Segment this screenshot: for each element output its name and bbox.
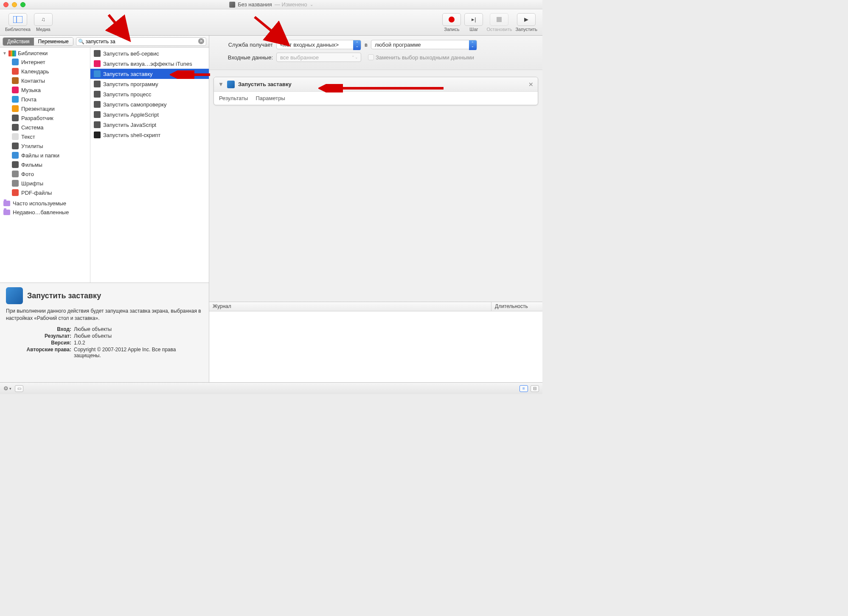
- sidebar-item[interactable]: Презентации: [0, 104, 90, 113]
- workflow-action[interactable]: ▼ Запустить заставку ✕ Результаты Параме…: [213, 77, 538, 105]
- libraries-icon: [8, 50, 16, 56]
- sidebar-item[interactable]: Утилиты: [0, 141, 90, 151]
- info-row-value: 1.0.2: [74, 340, 203, 346]
- smart-folder-item[interactable]: Недавно…бавленные: [0, 208, 90, 217]
- step-button[interactable]: ▸|: [464, 13, 483, 26]
- sidebar-libraries-header[interactable]: ▼ Библиотеки: [0, 49, 90, 57]
- sidebar-item[interactable]: PDF-файлы: [0, 188, 90, 197]
- action-item[interactable]: Запустить визуа…эффекты iTunes: [90, 59, 209, 69]
- action-item-label: Запустить самопроверку: [103, 101, 166, 108]
- sidebar-item-label: PDF-файлы: [21, 190, 52, 196]
- sidebar-item[interactable]: Почта: [0, 95, 90, 104]
- info-panel: Запустить заставку При выполнении данног…: [0, 283, 209, 382]
- step-icon: ▸|: [472, 16, 476, 22]
- sidebar-item[interactable]: Музыка: [0, 85, 90, 95]
- library-toggle-button[interactable]: [8, 13, 27, 26]
- category-icon: [12, 152, 19, 159]
- action-item-icon: [94, 70, 101, 77]
- run-button[interactable]: ▶: [517, 13, 536, 26]
- gear-icon[interactable]: ⚙: [3, 385, 8, 392]
- tab-actions[interactable]: Действия: [3, 38, 34, 45]
- action-item[interactable]: Запустить shell-скрипт: [90, 130, 209, 140]
- document-icon: [229, 2, 235, 8]
- close-window-button[interactable]: [3, 2, 8, 7]
- sidebar-item-label: Презентации: [21, 106, 55, 112]
- sidebar-item-label: Шрифты: [21, 180, 43, 187]
- window-title: Без названия — Изменено ⌄: [229, 1, 313, 8]
- action-title: Запустить заставку: [238, 81, 525, 87]
- log-body: [209, 311, 542, 382]
- sidebar-item[interactable]: Разработчик: [0, 113, 90, 123]
- smart-folder-item[interactable]: Часто используемые: [0, 199, 90, 208]
- action-parameters-tab[interactable]: Параметры: [256, 95, 285, 101]
- action-item-label: Запустить shell-скрипт: [103, 132, 160, 138]
- smart-folder-icon: [3, 201, 10, 206]
- search-input[interactable]: [76, 37, 206, 46]
- log-panel: Журнал Длительность: [209, 302, 542, 382]
- action-disclosure-icon[interactable]: ▼: [218, 81, 224, 87]
- stop-label: Остановить: [486, 27, 512, 32]
- remove-action-button[interactable]: ✕: [528, 81, 534, 88]
- disclosure-triangle-icon[interactable]: ▼: [3, 51, 7, 56]
- info-row-value: Любые объекты: [74, 333, 203, 339]
- media-button[interactable]: ♫: [34, 13, 53, 26]
- info-row-value: Copyright © 2007-2012 Apple Inc. Все пра…: [74, 347, 203, 358]
- flow-view-button[interactable]: ⊟: [531, 385, 539, 392]
- action-item[interactable]: Запустить веб-сервис: [90, 48, 209, 59]
- zoom-window-button[interactable]: [20, 2, 25, 7]
- step-label: Шаг: [469, 27, 478, 32]
- sidebar-item-label: Контакты: [21, 78, 45, 84]
- category-icon: [12, 87, 19, 93]
- category-icon: [12, 133, 19, 140]
- action-item-label: Запустить заставку: [103, 71, 153, 77]
- minimize-window-button[interactable]: [12, 2, 17, 7]
- toolbar: Библиотека ♫ Медиа Запись ▸| Шаг Останов…: [0, 9, 542, 36]
- view-toggle-button[interactable]: ▭: [15, 385, 23, 392]
- category-icon: [12, 124, 19, 131]
- category-icon: [12, 180, 19, 187]
- action-results-tab[interactable]: Результаты: [219, 95, 248, 101]
- workflow-area[interactable]: ▼ Запустить заставку ✕ Результаты Параме…: [209, 70, 542, 302]
- category-icon: [12, 161, 19, 168]
- action-item[interactable]: Запустить программу: [90, 79, 209, 89]
- sidebar-item[interactable]: Фото: [0, 169, 90, 179]
- log-column-duration[interactable]: Длительность: [491, 302, 542, 311]
- sidebar-item[interactable]: Шрифты: [0, 179, 90, 188]
- list-view-button[interactable]: ≡: [519, 385, 528, 392]
- action-item[interactable]: Запустить заставку: [90, 69, 209, 79]
- info-row-label: Версия:: [6, 340, 74, 346]
- info-row-label: Результат:: [6, 333, 74, 339]
- sidebar-item[interactable]: Система: [0, 123, 90, 132]
- sidebar-item-label: Файлы и папки: [21, 152, 59, 159]
- in-app-select[interactable]: любой программе: [371, 40, 477, 49]
- window-modified-text: — Изменено: [275, 1, 307, 8]
- action-item[interactable]: Запустить процесс: [90, 89, 209, 99]
- sidebar-item-label: Фильмы: [21, 162, 42, 168]
- log-column-journal[interactable]: Журнал: [209, 302, 491, 311]
- action-icon: [227, 81, 235, 88]
- play-icon: ▶: [524, 16, 528, 22]
- sidebar-item[interactable]: Календарь: [0, 67, 90, 76]
- sidebar-item[interactable]: Фильмы: [0, 160, 90, 169]
- info-row-value: Любые объекты: [74, 326, 203, 332]
- sidebar-item[interactable]: Контакты: [0, 76, 90, 85]
- stop-button[interactable]: [490, 13, 508, 26]
- titlebar: Без названия — Изменено ⌄: [0, 0, 542, 9]
- sidebar-item[interactable]: Текст: [0, 132, 90, 141]
- sidebar-item[interactable]: Файлы и папки: [0, 151, 90, 160]
- info-title: Запустить заставку: [27, 291, 101, 300]
- action-item-icon: [94, 101, 101, 108]
- action-item[interactable]: Запустить AppleScript: [90, 109, 209, 120]
- chevron-down-icon[interactable]: ⌄: [310, 2, 313, 7]
- media-label: Медиа: [36, 27, 51, 32]
- action-item[interactable]: Запустить JavaScript: [90, 120, 209, 130]
- tab-variables[interactable]: Переменные: [34, 38, 73, 45]
- sidebar-item[interactable]: Интернет: [0, 57, 90, 67]
- service-receives-select[interactable]: <нет входных данных>: [276, 40, 361, 49]
- sidebar-item-label: Фото: [21, 171, 34, 177]
- action-item[interactable]: Запустить самопроверку: [90, 99, 209, 109]
- gear-menu-chevron-icon[interactable]: ▾: [9, 386, 11, 391]
- clear-search-button[interactable]: ✕: [198, 38, 204, 44]
- record-button[interactable]: [442, 13, 461, 26]
- info-row-label: Авторские права:: [6, 347, 74, 358]
